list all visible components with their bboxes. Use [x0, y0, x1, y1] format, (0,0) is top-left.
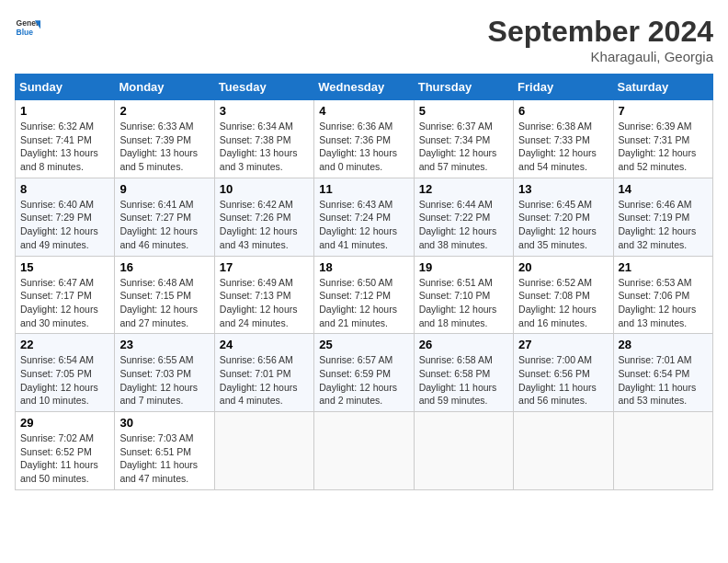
day-number: 15: [20, 260, 109, 274]
calendar-cell: 4Sunrise: 6:36 AMSunset: 7:36 PMDaylight…: [314, 100, 414, 178]
calendar-cell: 11Sunrise: 6:43 AMSunset: 7:24 PMDayligh…: [314, 178, 414, 256]
week-row-1: 1Sunrise: 6:32 AMSunset: 7:41 PMDaylight…: [16, 100, 713, 178]
day-info: Sunrise: 6:51 AMSunset: 7:10 PMDaylight:…: [419, 276, 508, 330]
logo-icon: General Blue: [15, 15, 40, 40]
day-number: 30: [119, 416, 209, 430]
day-info: Sunrise: 7:00 AMSunset: 6:56 PMDaylight:…: [518, 353, 608, 408]
calendar-cell: 2Sunrise: 6:33 AMSunset: 7:39 PMDaylight…: [115, 100, 214, 178]
day-info: Sunrise: 6:57 AMSunset: 6:59 PMDaylight:…: [319, 353, 408, 408]
calendar-cell: 8Sunrise: 6:40 AMSunset: 7:29 PMDaylight…: [16, 178, 115, 256]
calendar-cell: 18Sunrise: 6:50 AMSunset: 7:12 PMDayligh…: [314, 256, 414, 334]
day-number: 4: [319, 104, 408, 118]
day-info: Sunrise: 6:58 AMSunset: 6:58 PMDaylight:…: [419, 353, 508, 408]
calendar-table: SundayMondayTuesdayWednesdayThursdayFrid…: [15, 74, 713, 490]
day-number: 23: [119, 338, 209, 351]
day-number: 29: [20, 416, 109, 430]
calendar-cell: 27Sunrise: 7:00 AMSunset: 6:56 PMDayligh…: [514, 334, 613, 412]
weekday-tuesday: Tuesday: [214, 75, 313, 100]
day-info: Sunrise: 6:33 AMSunset: 7:39 PMDaylight:…: [119, 120, 209, 174]
day-number: 24: [220, 338, 309, 351]
logo: General Blue: [15, 15, 40, 40]
day-number: 6: [518, 104, 608, 118]
calendar-cell: 10Sunrise: 6:42 AMSunset: 7:26 PMDayligh…: [214, 178, 313, 256]
day-info: Sunrise: 6:32 AMSunset: 7:41 PMDaylight:…: [20, 120, 109, 174]
day-info: Sunrise: 7:03 AMSunset: 6:51 PMDaylight:…: [119, 431, 209, 486]
day-info: Sunrise: 6:41 AMSunset: 7:27 PMDaylight:…: [119, 198, 209, 252]
calendar-body: 1Sunrise: 6:32 AMSunset: 7:41 PMDaylight…: [16, 100, 713, 490]
calendar-cell: [414, 412, 513, 490]
day-number: 18: [319, 260, 408, 274]
weekday-friday: Friday: [514, 75, 613, 100]
day-number: 17: [220, 260, 309, 274]
calendar-cell: 30Sunrise: 7:03 AMSunset: 6:51 PMDayligh…: [115, 412, 214, 490]
day-number: 21: [619, 260, 708, 274]
weekday-wednesday: Wednesday: [314, 75, 414, 100]
calendar-cell: 20Sunrise: 6:52 AMSunset: 7:08 PMDayligh…: [514, 256, 613, 334]
calendar-cell: 1Sunrise: 6:32 AMSunset: 7:41 PMDaylight…: [16, 100, 115, 178]
calendar-cell: [613, 412, 712, 490]
week-row-3: 15Sunrise: 6:47 AMSunset: 7:17 PMDayligh…: [16, 256, 713, 334]
calendar-cell: 24Sunrise: 6:56 AMSunset: 7:01 PMDayligh…: [214, 334, 313, 412]
day-number: 20: [518, 260, 608, 274]
day-info: Sunrise: 6:36 AMSunset: 7:36 PMDaylight:…: [319, 120, 408, 174]
calendar-cell: 26Sunrise: 6:58 AMSunset: 6:58 PMDayligh…: [414, 334, 513, 412]
calendar-cell: 28Sunrise: 7:01 AMSunset: 6:54 PMDayligh…: [613, 334, 712, 412]
day-info: Sunrise: 6:45 AMSunset: 7:20 PMDaylight:…: [518, 198, 608, 252]
day-number: 11: [319, 182, 408, 196]
weekday-saturday: Saturday: [613, 75, 712, 100]
day-number: 5: [419, 104, 508, 118]
weekday-sunday: Sunday: [16, 75, 115, 100]
calendar-cell: [214, 412, 313, 490]
location-subtitle: Kharagauli, Georgia: [488, 49, 713, 64]
day-info: Sunrise: 6:44 AMSunset: 7:22 PMDaylight:…: [419, 198, 508, 252]
calendar-cell: 5Sunrise: 6:37 AMSunset: 7:34 PMDaylight…: [414, 100, 513, 178]
calendar-cell: 22Sunrise: 6:54 AMSunset: 7:05 PMDayligh…: [16, 334, 115, 412]
calendar-cell: 13Sunrise: 6:45 AMSunset: 7:20 PMDayligh…: [514, 178, 613, 256]
calendar-cell: 25Sunrise: 6:57 AMSunset: 6:59 PMDayligh…: [314, 334, 414, 412]
day-info: Sunrise: 6:34 AMSunset: 7:38 PMDaylight:…: [220, 120, 309, 174]
title-block: September 2024 Kharagauli, Georgia: [488, 15, 713, 64]
day-info: Sunrise: 6:54 AMSunset: 7:05 PMDaylight:…: [20, 353, 109, 408]
week-row-4: 22Sunrise: 6:54 AMSunset: 7:05 PMDayligh…: [16, 334, 713, 412]
day-info: Sunrise: 6:55 AMSunset: 7:03 PMDaylight:…: [119, 353, 209, 408]
day-number: 25: [319, 338, 408, 351]
day-number: 28: [619, 338, 708, 351]
calendar-cell: 9Sunrise: 6:41 AMSunset: 7:27 PMDaylight…: [115, 178, 214, 256]
day-info: Sunrise: 6:53 AMSunset: 7:06 PMDaylight:…: [619, 276, 708, 330]
day-number: 1: [20, 104, 109, 118]
week-row-2: 8Sunrise: 6:40 AMSunset: 7:29 PMDaylight…: [16, 178, 713, 256]
day-number: 22: [20, 338, 109, 351]
day-info: Sunrise: 7:02 AMSunset: 6:52 PMDaylight:…: [20, 431, 109, 486]
day-number: 7: [619, 104, 708, 118]
calendar-cell: 17Sunrise: 6:49 AMSunset: 7:13 PMDayligh…: [214, 256, 313, 334]
calendar-cell: 3Sunrise: 6:34 AMSunset: 7:38 PMDaylight…: [214, 100, 313, 178]
calendar-cell: 14Sunrise: 6:46 AMSunset: 7:19 PMDayligh…: [613, 178, 712, 256]
day-number: 14: [619, 182, 708, 196]
day-info: Sunrise: 6:50 AMSunset: 7:12 PMDaylight:…: [319, 276, 408, 330]
page-header: General Blue September 2024 Kharagauli, …: [15, 15, 713, 64]
day-number: 10: [220, 182, 309, 196]
weekday-header-row: SundayMondayTuesdayWednesdayThursdayFrid…: [16, 75, 713, 100]
svg-text:Blue: Blue: [17, 28, 34, 37]
weekday-thursday: Thursday: [414, 75, 513, 100]
calendar-cell: 23Sunrise: 6:55 AMSunset: 7:03 PMDayligh…: [115, 334, 214, 412]
day-info: Sunrise: 6:42 AMSunset: 7:26 PMDaylight:…: [220, 198, 309, 252]
day-number: 8: [20, 182, 109, 196]
calendar-cell: 19Sunrise: 6:51 AMSunset: 7:10 PMDayligh…: [414, 256, 513, 334]
day-number: 3: [220, 104, 309, 118]
day-info: Sunrise: 6:47 AMSunset: 7:17 PMDaylight:…: [20, 276, 109, 330]
day-number: 2: [119, 104, 209, 118]
day-number: 12: [419, 182, 508, 196]
day-info: Sunrise: 7:01 AMSunset: 6:54 PMDaylight:…: [619, 353, 708, 408]
calendar-cell: 7Sunrise: 6:39 AMSunset: 7:31 PMDaylight…: [613, 100, 712, 178]
day-number: 19: [419, 260, 508, 274]
day-info: Sunrise: 6:56 AMSunset: 7:01 PMDaylight:…: [220, 353, 309, 408]
calendar-cell: 6Sunrise: 6:38 AMSunset: 7:33 PMDaylight…: [514, 100, 613, 178]
weekday-monday: Monday: [115, 75, 214, 100]
day-info: Sunrise: 6:40 AMSunset: 7:29 PMDaylight:…: [20, 198, 109, 252]
day-info: Sunrise: 6:43 AMSunset: 7:24 PMDaylight:…: [319, 198, 408, 252]
day-info: Sunrise: 6:49 AMSunset: 7:13 PMDaylight:…: [220, 276, 309, 330]
day-number: 13: [518, 182, 608, 196]
month-title: September 2024: [488, 15, 713, 49]
day-info: Sunrise: 6:48 AMSunset: 7:15 PMDaylight:…: [119, 276, 209, 330]
